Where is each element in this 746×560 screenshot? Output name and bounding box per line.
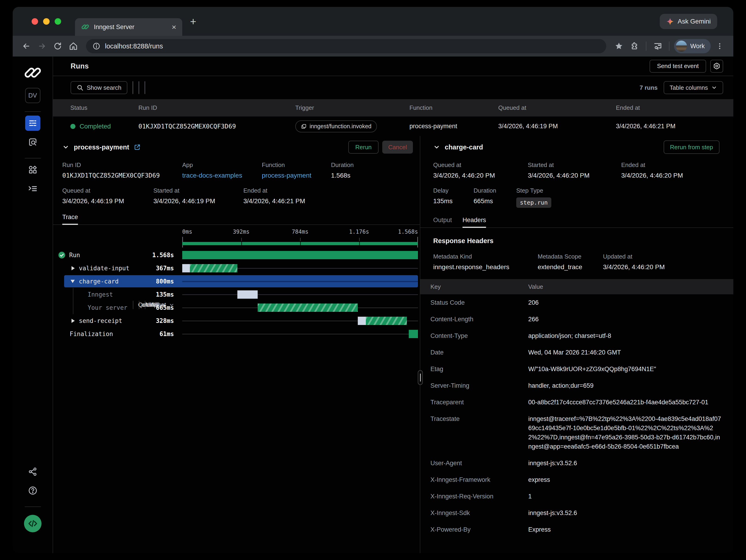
step-type-field: Step Type step.run xyxy=(516,187,733,208)
axis-tick-label: 784ms xyxy=(292,229,308,235)
sidebar-item-events[interactable] xyxy=(25,135,40,150)
trace-row-charge-card[interactable]: charge-card800ms xyxy=(53,275,420,288)
trace-row-name: Your server xyxy=(88,304,127,311)
header-key: X-Powered-By xyxy=(430,525,528,534)
trace-bar-segment[interactable] xyxy=(366,317,407,325)
trace-row-validate-input[interactable]: validate-input367ms xyxy=(53,262,420,275)
extensions-icon[interactable] xyxy=(628,39,641,53)
sidebar-divider xyxy=(25,111,41,112)
rerun-from-step-button[interactable]: Rerun from step xyxy=(664,141,719,154)
function-field: Function process-payment xyxy=(262,161,331,179)
ended-at-cell: 3/4/2026, 4:46:21 PM xyxy=(616,123,733,130)
ask-gemini-button[interactable]: Ask Gemini xyxy=(660,14,717,29)
trigger-pill[interactable]: inngest/function.invoked xyxy=(295,120,377,132)
header-key: Traceparent xyxy=(430,397,528,406)
forward-icon[interactable] xyxy=(35,39,49,53)
run-table-row[interactable]: Completed 01KJXD1TQCZ852GMEX0CQF3D69 inn… xyxy=(53,116,733,136)
sidebar-divider-3 xyxy=(25,506,41,507)
trace-bar-segment[interactable] xyxy=(182,251,418,259)
rerun-button[interactable]: Rerun xyxy=(348,141,378,154)
show-search-button[interactable]: Show search xyxy=(70,81,127,94)
status-check-icon xyxy=(58,252,65,259)
col-trigger: Trigger xyxy=(295,104,409,111)
external-link-icon[interactable] xyxy=(134,144,141,151)
trace-row-name: charge-card xyxy=(79,278,119,285)
function-link[interactable]: process-payment xyxy=(262,172,331,179)
reload-icon[interactable] xyxy=(51,39,64,53)
app-filter-dropdown[interactable]: App All xyxy=(144,81,145,94)
inngest-logo xyxy=(24,66,42,79)
key-column-label: Key xyxy=(430,283,528,290)
time-filter-dropdown[interactable]: Queued at Last 3d xyxy=(133,81,133,94)
browser-toolbar: localhost:8288/runs Work xyxy=(13,36,733,57)
help-icon[interactable] xyxy=(25,483,40,498)
settings-gear-button[interactable] xyxy=(710,60,723,72)
trace-bar-segment[interactable] xyxy=(237,290,258,299)
ended-field: Ended at 3/4/2026, 4:46:21 PM xyxy=(243,187,420,205)
sidebar-item-runs[interactable] xyxy=(25,116,40,131)
back-icon[interactable] xyxy=(20,39,33,53)
dev-tools-button[interactable] xyxy=(24,515,41,532)
header-row-content-length: Content-Length266 xyxy=(420,311,733,327)
trace-row-track xyxy=(182,275,418,288)
collapse-chevron-icon[interactable] xyxy=(62,144,69,151)
run-id-cell: 01KJXD1TQCZ852GMEX0CQF3D69 xyxy=(138,123,295,130)
tab-trace[interactable]: Trace xyxy=(62,213,78,225)
env-badge[interactable]: DV xyxy=(25,88,40,103)
expand-chevron-icon[interactable] xyxy=(71,319,75,323)
app-link[interactable]: trace-docs-examples xyxy=(182,172,262,179)
send-test-event-button[interactable]: Send test event xyxy=(650,60,706,72)
trace-row-run[interactable]: Run1.568s xyxy=(53,248,420,262)
tab-headers[interactable]: Headers xyxy=(462,216,486,228)
tab-title: Inngest Server xyxy=(94,24,167,31)
trace-row-inngest[interactable]: Inngest135ms xyxy=(53,288,420,301)
site-info-icon[interactable] xyxy=(92,42,101,50)
collapse-chevron-icon[interactable] xyxy=(70,280,75,283)
sidebar-item-terminal[interactable] xyxy=(25,181,40,196)
header-value: inngest-js:v3.52.6 xyxy=(528,459,722,468)
tab-close-icon[interactable]: × xyxy=(172,23,176,31)
trace-bar-segment[interactable] xyxy=(409,330,418,338)
minimize-window-button[interactable] xyxy=(43,18,50,25)
table-columns-dropdown[interactable]: Table columns xyxy=(664,81,723,94)
sidebar-item-apps[interactable] xyxy=(25,162,40,177)
trace-row-name: Finalization xyxy=(70,330,113,337)
home-icon[interactable] xyxy=(67,39,80,53)
header-key: Server-Timing xyxy=(430,381,528,390)
trace-bar-segment[interactable] xyxy=(190,264,238,272)
trace-row-send-receipt[interactable]: send-receipt328ms xyxy=(53,314,420,327)
queued-field: Queued at 3/4/2026, 4:46:19 PM xyxy=(62,187,153,205)
collapse-chevron-icon[interactable] xyxy=(433,144,440,151)
show-search-label: Show search xyxy=(87,84,121,91)
trace-bar-segment[interactable] xyxy=(182,264,190,272)
profile-chip[interactable]: Work xyxy=(674,39,711,53)
zoom-window-button[interactable] xyxy=(55,18,61,25)
cancel-button[interactable]: Cancel xyxy=(382,141,413,154)
updated-at-field: Updated at 3/4/2026, 4:46:20 PM xyxy=(603,253,733,271)
trace-minimap[interactable] xyxy=(182,242,418,245)
trace-row-your-server[interactable]: Your server665ms xyxy=(53,301,420,314)
trace-bar-segment[interactable] xyxy=(258,303,357,312)
app-sidebar: DV xyxy=(13,57,53,553)
browser-tab[interactable]: Inngest Server × xyxy=(75,18,182,36)
close-window-button[interactable] xyxy=(32,18,38,25)
header-value: 1 xyxy=(528,492,722,501)
expand-chevron-icon[interactable] xyxy=(71,266,75,270)
url-bar[interactable]: localhost:8288/runs xyxy=(86,39,606,53)
new-tab-button[interactable]: + xyxy=(190,15,196,28)
tab-output[interactable]: Output xyxy=(433,216,452,228)
pane-resize-handle[interactable] xyxy=(418,370,423,385)
reading-mode-icon[interactable] xyxy=(651,39,664,53)
trace-row-name: Inngest xyxy=(88,291,113,298)
header-key: X-Inngest-Framework xyxy=(430,475,528,484)
browser-menu-icon[interactable] xyxy=(713,39,726,53)
trace-row-duration: 665ms xyxy=(156,304,182,311)
trace-axis: 0ms 392ms 784ms 1.176s 1.568s xyxy=(182,229,418,248)
share-icon[interactable] xyxy=(25,464,40,479)
bookmark-star-icon[interactable] xyxy=(612,39,626,53)
trace-row-finalization[interactable]: Finalization61ms xyxy=(53,327,420,341)
trace-bar-segment[interactable] xyxy=(358,317,366,325)
status-filter-dropdown[interactable]: Status All xyxy=(138,81,139,94)
filter-bar: Show search Queued at Last 3d Status xyxy=(53,76,733,99)
col-queued-at: Queued at xyxy=(498,104,616,111)
